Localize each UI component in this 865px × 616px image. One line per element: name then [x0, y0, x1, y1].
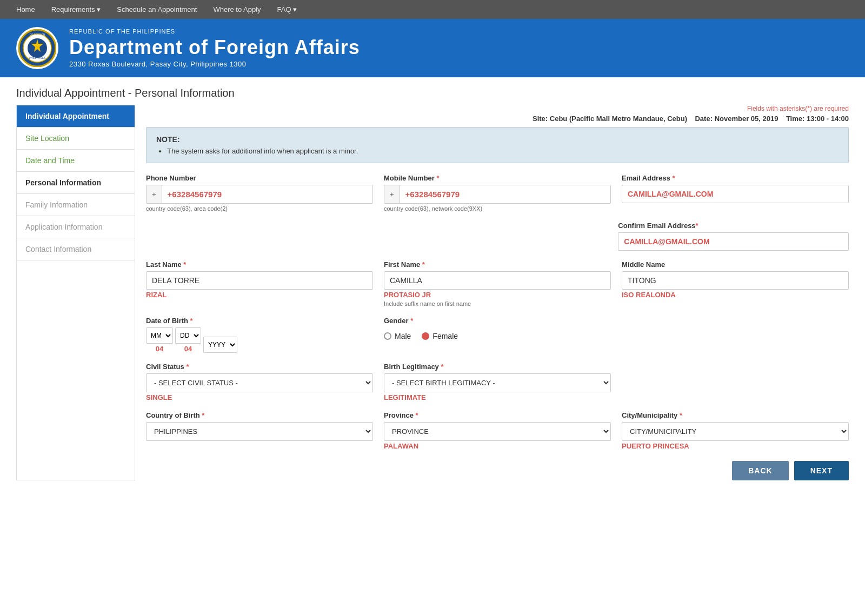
firstname-group: First Name * PROTASIO JR Include suffix …: [384, 260, 611, 307]
gender-male-option[interactable]: Male: [384, 332, 411, 340]
nav-where-to-apply[interactable]: Where to Apply: [213, 5, 261, 14]
form-area: Fields with asterisks(*) are required Si…: [146, 105, 849, 480]
dob-mm-value: 04: [156, 345, 163, 353]
lastname-label: Last Name *: [146, 260, 373, 269]
city-label: City/Municipality *: [622, 411, 849, 419]
city-group: City/Municipality * CITY/MUNICIPALITY PU…: [622, 411, 849, 450]
civil-status-select[interactable]: - SELECT CIVIL STATUS -: [146, 373, 373, 392]
next-button[interactable]: NEXT: [794, 461, 849, 480]
province-select[interactable]: PROVINCE: [384, 422, 611, 441]
dob-wrapper: MM 04 DD 04: [146, 327, 373, 353]
note-item: The system asks for additional info when…: [167, 147, 839, 155]
firstname-label: First Name *: [384, 260, 611, 269]
dob-mm-select[interactable]: MM: [147, 328, 172, 343]
note-box: NOTE: The system asks for additional inf…: [146, 127, 849, 163]
row-civil-legitimacy: Civil Status * - SELECT CIVIL STATUS - S…: [146, 363, 849, 401]
phone-hint: country code(63), area code(2): [146, 205, 373, 212]
phone-label: Phone Number: [146, 174, 373, 182]
note-title: NOTE:: [156, 135, 839, 144]
sidebar-item-site-location[interactable]: Site Location: [17, 128, 135, 150]
nav-schedule[interactable]: Schedule an Appointment: [117, 5, 197, 14]
header-title: Department of Foreign Affairs: [69, 37, 360, 58]
header-subtitle: Republic of the Philippines: [69, 28, 360, 35]
lastname-overlay: RIZAL: [146, 291, 373, 299]
mobile-hint: country code(63), network code(9XX): [384, 205, 611, 212]
required-note: Fields with asterisks(*) are required: [146, 105, 849, 112]
gender-male-label: Male: [395, 332, 411, 340]
dob-label: Date of Birth *: [146, 317, 373, 325]
svg-text:PHILIPPINES: PHILIPPINES: [29, 56, 46, 59]
sidebar-item-family-info[interactable]: Family Information: [17, 194, 135, 216]
city-value: PUERTO PRINCESA: [622, 442, 849, 450]
info-bar: Fields with asterisks(*) are required Si…: [146, 105, 849, 123]
country-group: Country of Birth * PHILIPPINES: [146, 411, 373, 441]
mobile-group: Mobile Number * + country code(63), netw…: [384, 174, 611, 212]
site-value: Cebu (Pacific Mall Metro Mandaue, Cebu): [550, 115, 687, 123]
nav-faq[interactable]: FAQ ▾: [277, 5, 297, 14]
date-value: November 05, 2019: [715, 115, 778, 123]
country-select[interactable]: PHILIPPINES: [146, 422, 373, 441]
gender-male-radio[interactable]: [384, 332, 391, 340]
lastname-input[interactable]: [146, 271, 373, 290]
gender-female-option[interactable]: Female: [422, 332, 458, 340]
dob-dd-group: DD 04: [175, 327, 201, 353]
sidebar-item-contact-info[interactable]: Contact Information: [17, 238, 135, 260]
page-header: PHILIPPINES OF FOREIGN Republic of the P…: [0, 19, 865, 77]
back-button[interactable]: BACK: [732, 461, 788, 480]
gender-label: Gender *: [384, 317, 611, 325]
province-value: PALAWAN: [384, 442, 611, 450]
firstname-input[interactable]: [384, 271, 611, 290]
sidebar-item-date-time[interactable]: Date and Time: [17, 150, 135, 172]
dob-yyyy-select[interactable]: YYYY: [204, 337, 237, 352]
mobile-input[interactable]: [400, 185, 610, 203]
dob-yyyy-group: YYYY: [203, 337, 237, 353]
main-content: Individual Appointment Site Location Dat…: [0, 105, 865, 497]
gender-female-radio[interactable]: [422, 332, 429, 340]
phone-prefix: +: [147, 185, 162, 203]
header-address: 2330 Roxas Boulevard, Pasay City, Philip…: [69, 60, 360, 68]
gender-female-label: Female: [432, 332, 458, 340]
phone-input[interactable]: [162, 185, 372, 203]
dob-mm-group: MM 04: [146, 327, 173, 353]
mobile-label: Mobile Number *: [384, 174, 611, 182]
email-input[interactable]: [622, 185, 849, 203]
sidebar-item-individual-appointment[interactable]: Individual Appointment: [17, 105, 135, 128]
row-confirm-email: Confirm Email Address*: [146, 222, 849, 251]
lastname-group: Last Name * RIZAL: [146, 260, 373, 299]
sidebar-item-personal-info[interactable]: Personal Information: [17, 172, 135, 194]
sidebar-item-application-info[interactable]: Application Information: [17, 216, 135, 238]
row-location: Country of Birth * PHILIPPINES Province …: [146, 411, 849, 450]
middlename-label: Middle Name: [622, 260, 849, 269]
city-select[interactable]: CITY/MUNICIPALITY: [622, 422, 849, 441]
site-label: Site:: [533, 115, 548, 123]
dob-group: Date of Birth * MM 04: [146, 317, 373, 353]
gender-group: Gender * Male Female: [384, 317, 611, 345]
confirm-email-input[interactable]: [618, 232, 849, 251]
confirm-email-group: Confirm Email Address*: [618, 222, 849, 251]
mobile-prefix: +: [384, 185, 400, 203]
logo-svg: PHILIPPINES OF FOREIGN: [18, 29, 56, 67]
time-label: Time:: [786, 115, 804, 123]
top-navigation: Home Requirements ▾ Schedule an Appointm…: [0, 0, 865, 19]
row-names: Last Name * RIZAL First Name * PROTASIO …: [146, 260, 849, 307]
mobile-input-wrapper[interactable]: +: [384, 185, 611, 204]
middlename-input[interactable]: [622, 271, 849, 290]
page-title: Individual Appointment - Personal Inform…: [0, 77, 865, 105]
dob-dd-select[interactable]: DD: [176, 328, 201, 343]
email-group: Email Address *: [622, 174, 849, 203]
middlename-group: Middle Name ISO REALONDA: [622, 260, 849, 299]
province-label: Province *: [384, 411, 611, 419]
civil-status-label: Civil Status *: [146, 363, 373, 371]
phone-input-wrapper[interactable]: +: [146, 185, 373, 204]
phone-group: Phone Number + country code(63), area co…: [146, 174, 373, 212]
row-dob-gender: Date of Birth * MM 04: [146, 317, 849, 353]
civil-status-value: SINGLE: [146, 393, 373, 401]
dfa-logo: PHILIPPINES OF FOREIGN: [16, 27, 58, 69]
middlename-overlay: ISO REALONDA: [622, 291, 849, 299]
row-phone-mobile-email: Phone Number + country code(63), area co…: [146, 174, 849, 212]
birth-legitimacy-select[interactable]: - SELECT BIRTH LEGITIMACY -: [384, 373, 611, 392]
gender-wrapper: Male Female: [384, 327, 611, 345]
nav-requirements[interactable]: Requirements ▾: [51, 5, 101, 14]
nav-home[interactable]: Home: [16, 5, 35, 14]
civil-status-group: Civil Status * - SELECT CIVIL STATUS - S…: [146, 363, 373, 401]
